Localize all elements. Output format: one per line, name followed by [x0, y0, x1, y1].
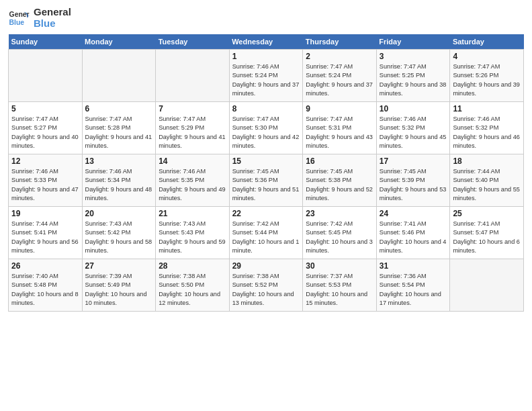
calendar-cell: 29Sunrise: 7:38 AM Sunset: 5:52 PM Dayli… — [229, 259, 303, 312]
day-info: Sunrise: 7:41 AM Sunset: 5:47 PM Dayligh… — [453, 220, 521, 255]
calendar-cell: 2Sunrise: 7:47 AM Sunset: 5:24 PM Daylig… — [303, 50, 377, 102]
calendar-cell: 31Sunrise: 7:36 AM Sunset: 5:54 PM Dayli… — [376, 259, 450, 312]
day-info: Sunrise: 7:43 AM Sunset: 5:43 PM Dayligh… — [159, 220, 226, 255]
calendar-cell: 14Sunrise: 7:46 AM Sunset: 5:35 PM Dayli… — [156, 154, 230, 207]
calendar-cell: 16Sunrise: 7:45 AM Sunset: 5:38 PM Dayli… — [303, 154, 377, 207]
day-info: Sunrise: 7:47 AM Sunset: 5:29 PM Dayligh… — [159, 115, 226, 150]
calendar-body: 1Sunrise: 7:46 AM Sunset: 5:24 PM Daylig… — [9, 50, 524, 312]
day-number: 31 — [380, 261, 447, 271]
calendar-cell: 21Sunrise: 7:43 AM Sunset: 5:43 PM Dayli… — [156, 207, 230, 259]
calendar-cell: 5Sunrise: 7:47 AM Sunset: 5:27 PM Daylig… — [9, 102, 83, 154]
week-row-1: 5Sunrise: 7:47 AM Sunset: 5:27 PM Daylig… — [9, 102, 524, 154]
day-number: 27 — [85, 261, 153, 271]
day-number: 29 — [232, 261, 300, 271]
calendar-cell — [450, 259, 524, 312]
day-number: 25 — [453, 209, 521, 218]
calendar-cell: 8Sunrise: 7:47 AM Sunset: 5:30 PM Daylig… — [229, 102, 303, 154]
day-number: 1 — [232, 52, 300, 61]
day-info: Sunrise: 7:47 AM Sunset: 5:28 PM Dayligh… — [85, 115, 153, 150]
day-number: 4 — [453, 52, 521, 61]
day-number: 24 — [380, 209, 447, 218]
day-info: Sunrise: 7:47 AM Sunset: 5:30 PM Dayligh… — [232, 115, 300, 150]
day-info: Sunrise: 7:47 AM Sunset: 5:25 PM Dayligh… — [380, 62, 447, 98]
day-info: Sunrise: 7:46 AM Sunset: 5:35 PM Dayligh… — [159, 167, 226, 203]
calendar-cell: 4Sunrise: 7:47 AM Sunset: 5:26 PM Daylig… — [450, 50, 524, 102]
calendar-cell: 19Sunrise: 7:44 AM Sunset: 5:41 PM Dayli… — [9, 207, 83, 259]
day-number: 28 — [159, 261, 226, 271]
day-info: Sunrise: 7:46 AM Sunset: 5:24 PM Dayligh… — [232, 62, 300, 98]
day-number: 12 — [11, 156, 79, 166]
calendar-cell: 28Sunrise: 7:38 AM Sunset: 5:50 PM Dayli… — [156, 259, 230, 312]
calendar-cell: 24Sunrise: 7:41 AM Sunset: 5:46 PM Dayli… — [376, 207, 450, 259]
calendar-cell: 23Sunrise: 7:42 AM Sunset: 5:45 PM Dayli… — [303, 207, 377, 259]
day-number: 6 — [85, 104, 153, 113]
day-number: 14 — [159, 156, 226, 166]
day-number: 7 — [159, 104, 226, 113]
day-number: 30 — [306, 261, 373, 271]
week-row-2: 12Sunrise: 7:46 AM Sunset: 5:33 PM Dayli… — [9, 154, 524, 207]
calendar-cell: 18Sunrise: 7:44 AM Sunset: 5:40 PM Dayli… — [450, 154, 524, 207]
calendar-cell: 13Sunrise: 7:46 AM Sunset: 5:34 PM Dayli… — [82, 154, 156, 207]
week-row-4: 26Sunrise: 7:40 AM Sunset: 5:48 PM Dayli… — [9, 259, 524, 312]
calendar-cell — [82, 50, 156, 102]
day-number: 5 — [11, 104, 79, 113]
weekday-header-saturday: Saturday — [450, 34, 524, 50]
weekday-header-sunday: Sunday — [9, 34, 83, 50]
day-info: Sunrise: 7:46 AM Sunset: 5:33 PM Dayligh… — [11, 167, 79, 203]
day-info: Sunrise: 7:46 AM Sunset: 5:32 PM Dayligh… — [453, 115, 521, 150]
day-info: Sunrise: 7:46 AM Sunset: 5:34 PM Dayligh… — [85, 167, 153, 203]
day-number: 19 — [11, 209, 79, 218]
day-number: 16 — [306, 156, 373, 166]
day-number: 17 — [380, 156, 447, 166]
calendar-cell: 7Sunrise: 7:47 AM Sunset: 5:29 PM Daylig… — [156, 102, 230, 154]
day-info: Sunrise: 7:47 AM Sunset: 5:24 PM Dayligh… — [306, 62, 373, 98]
calendar-cell: 1Sunrise: 7:46 AM Sunset: 5:24 PM Daylig… — [229, 50, 303, 102]
day-number: 15 — [232, 156, 300, 166]
calendar-cell — [9, 50, 83, 102]
day-info: Sunrise: 7:45 AM Sunset: 5:38 PM Dayligh… — [306, 167, 373, 203]
weekday-header-wednesday: Wednesday — [229, 34, 303, 50]
day-info: Sunrise: 7:38 AM Sunset: 5:50 PM Dayligh… — [159, 272, 226, 308]
day-number: 20 — [85, 209, 153, 218]
weekday-header-tuesday: Tuesday — [156, 34, 230, 50]
calendar-cell: 25Sunrise: 7:41 AM Sunset: 5:47 PM Dayli… — [450, 207, 524, 259]
calendar-cell: 17Sunrise: 7:45 AM Sunset: 5:39 PM Dayli… — [376, 154, 450, 207]
calendar-cell: 20Sunrise: 7:43 AM Sunset: 5:42 PM Dayli… — [82, 207, 156, 259]
day-number: 22 — [232, 209, 300, 218]
day-number: 23 — [306, 209, 373, 218]
weekday-header-thursday: Thursday — [303, 34, 377, 50]
day-info: Sunrise: 7:44 AM Sunset: 5:40 PM Dayligh… — [453, 167, 521, 203]
day-number: 18 — [453, 156, 521, 166]
svg-text:Blue: Blue — [9, 18, 25, 26]
calendar-cell — [156, 50, 230, 102]
weekday-header-friday: Friday — [376, 34, 450, 50]
calendar-cell: 27Sunrise: 7:39 AM Sunset: 5:49 PM Dayli… — [82, 259, 156, 312]
day-info: Sunrise: 7:44 AM Sunset: 5:41 PM Dayligh… — [11, 220, 79, 255]
day-info: Sunrise: 7:47 AM Sunset: 5:27 PM Dayligh… — [11, 115, 79, 150]
day-number: 10 — [380, 104, 447, 113]
page-container: General Blue General Blue SundayMondayTu… — [0, 0, 532, 317]
logo-general: General — [34, 7, 71, 18]
logo: General Blue General Blue — [8, 7, 71, 29]
day-info: Sunrise: 7:36 AM Sunset: 5:54 PM Dayligh… — [380, 272, 447, 308]
day-number: 8 — [232, 104, 300, 113]
day-info: Sunrise: 7:47 AM Sunset: 5:26 PM Dayligh… — [453, 62, 521, 98]
day-info: Sunrise: 7:47 AM Sunset: 5:31 PM Dayligh… — [306, 115, 373, 150]
week-row-3: 19Sunrise: 7:44 AM Sunset: 5:41 PM Dayli… — [9, 207, 524, 259]
calendar-cell: 15Sunrise: 7:45 AM Sunset: 5:36 PM Dayli… — [229, 154, 303, 207]
calendar-cell: 22Sunrise: 7:42 AM Sunset: 5:44 PM Dayli… — [229, 207, 303, 259]
day-info: Sunrise: 7:43 AM Sunset: 5:42 PM Dayligh… — [85, 220, 153, 255]
day-info: Sunrise: 7:40 AM Sunset: 5:48 PM Dayligh… — [11, 272, 79, 308]
day-number: 9 — [306, 104, 373, 113]
calendar-cell: 9Sunrise: 7:47 AM Sunset: 5:31 PM Daylig… — [303, 102, 377, 154]
calendar-cell: 12Sunrise: 7:46 AM Sunset: 5:33 PM Dayli… — [9, 154, 83, 207]
day-info: Sunrise: 7:46 AM Sunset: 5:32 PM Dayligh… — [380, 115, 447, 150]
day-info: Sunrise: 7:42 AM Sunset: 5:45 PM Dayligh… — [306, 220, 373, 255]
day-number: 21 — [159, 209, 226, 218]
weekday-header-monday: Monday — [82, 34, 156, 50]
day-info: Sunrise: 7:38 AM Sunset: 5:52 PM Dayligh… — [232, 272, 300, 308]
logo-icon: General Blue — [8, 7, 30, 29]
calendar-cell: 26Sunrise: 7:40 AM Sunset: 5:48 PM Dayli… — [9, 259, 83, 312]
day-number: 11 — [453, 104, 521, 113]
day-info: Sunrise: 7:42 AM Sunset: 5:44 PM Dayligh… — [232, 220, 300, 255]
